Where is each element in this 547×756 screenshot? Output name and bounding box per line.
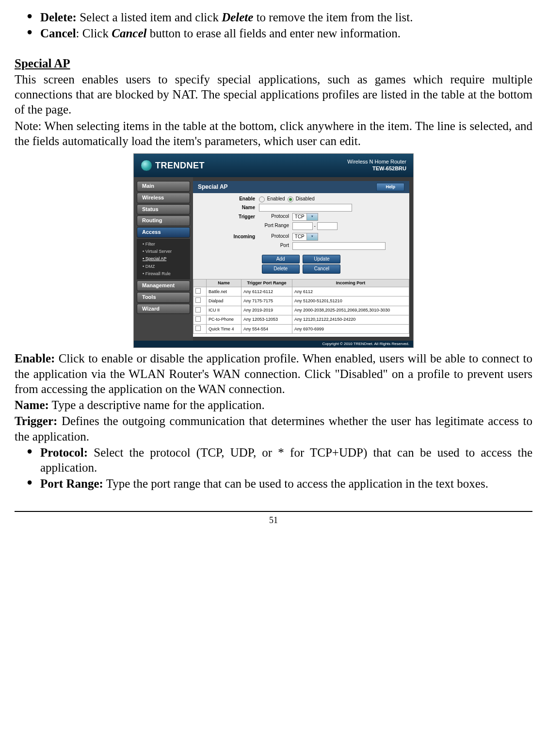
checkbox[interactable] <box>195 297 201 303</box>
subnav-dmz[interactable]: • DMZ <box>137 263 190 270</box>
content-header: Special AP Help <box>193 181 409 193</box>
cancel-text: : Click <box>76 27 112 40</box>
table-row[interactable]: Quick Time 4Any 554-554Any 6970-6999 <box>193 325 409 334</box>
name-label: Name <box>197 205 259 211</box>
cancel-btn-ref: Cancel <box>112 27 146 40</box>
page-footer: 51 <box>15 511 532 526</box>
enable-desc: Enable: Click to enable or disable the a… <box>15 351 532 396</box>
brand-icon <box>141 160 152 171</box>
col-name: Name <box>207 279 241 287</box>
bullet-cancel: Cancel: Click Cancel button to erase all… <box>27 26 532 41</box>
nav-wireless[interactable]: Wireless <box>137 193 190 203</box>
nav-column: Main Wireless Status Routing Access • Fi… <box>134 177 193 341</box>
router-screenshot: TRENDNET Wireless N Home Router TEW-652B… <box>133 153 414 348</box>
table-row[interactable]: PC-to-PhoneAny 12053-12053Any 12120,1212… <box>193 315 409 324</box>
help-button[interactable]: Help <box>376 183 404 191</box>
protocol-text: Select the protocol (TCP, UDP, or * for … <box>40 446 532 474</box>
trigger-desc-text: Defines the outgoing communication that … <box>15 414 532 443</box>
bullet-protocol: Protocol: Select the protocol (TCP, UDP,… <box>27 445 532 476</box>
subnav-specialap[interactable]: • Special AP <box>137 255 190 263</box>
enabled-radio[interactable] <box>259 197 265 202</box>
header-right: Wireless N Home Router TEW-652BRU <box>347 159 406 172</box>
logo-area: TRENDNET <box>141 160 205 171</box>
header-line1: Wireless N Home Router <box>347 159 406 165</box>
protocol-label: Protocol: <box>40 446 88 459</box>
nav-wizard[interactable]: Wizard <box>137 304 190 314</box>
chevron-down-icon: ▾ <box>306 233 318 240</box>
router-body: Main Wireless Status Routing Access • Fi… <box>134 177 413 341</box>
page-number: 51 <box>269 515 278 525</box>
incoming-protocol-select[interactable]: TCP▾ <box>292 233 318 241</box>
update-button[interactable]: Update <box>303 255 340 264</box>
bullet-portrange: Port Range: Type the port range that can… <box>27 476 532 491</box>
section-title: Special AP <box>15 56 532 71</box>
trigger-desc-label: Trigger: <box>15 414 57 427</box>
profiles-table: Name Trigger Port Range Incoming Port Ba… <box>193 279 409 334</box>
intro-para-2: Note: When selecting items in the table … <box>15 118 532 149</box>
form-area: Enable Enabled Disabled Name Trigger Pro… <box>193 193 409 279</box>
checkbox[interactable] <box>195 288 201 294</box>
table-row[interactable]: ICU IIAny 2019-2019Any 2000-2038,2025-20… <box>193 306 409 315</box>
nav-tools[interactable]: Tools <box>137 292 190 303</box>
name-desc-text: Type a descriptive name for the applicat… <box>49 398 265 411</box>
trigger-desc: Trigger: Defines the outgoing communicat… <box>15 413 532 444</box>
col-incoming: Incoming Port <box>292 279 409 287</box>
subnav-virtualserver[interactable]: • Virtual Server <box>137 248 190 255</box>
brand-text: TRENDNET <box>155 160 205 171</box>
delete-text2: to remove the item from the list. <box>253 11 413 24</box>
name-input[interactable] <box>259 204 352 212</box>
portrange-label: Port Range: <box>40 477 103 490</box>
content-column: Special AP Help Enable Enabled Disabled … <box>193 181 409 337</box>
cancel-button[interactable]: Cancel <box>303 264 340 274</box>
name-desc: Name: Type a descriptive name for the ap… <box>15 397 532 412</box>
nav-access[interactable]: Access <box>137 227 190 238</box>
header-model: TEW-652BRU <box>347 165 406 172</box>
enable-desc-label: Enable: <box>15 352 55 365</box>
incoming-protocol-label: Protocol <box>259 233 291 240</box>
enabled-text: Enabled <box>267 196 285 201</box>
delete-label: Delete: <box>40 11 77 24</box>
top-bullet-list: Delete: Select a listed item and click D… <box>27 10 532 41</box>
enable-desc-text: Click to enable or disable the applicati… <box>15 352 532 395</box>
router-header: TRENDNET Wireless N Home Router TEW-652B… <box>134 154 413 177</box>
name-desc-label: Name: <box>15 398 49 411</box>
nav-routing[interactable]: Routing <box>137 215 190 226</box>
enable-label: Enable <box>197 196 259 202</box>
subnav: • Filter • Virtual Server • Special AP •… <box>137 239 190 279</box>
cancel-label: Cancel <box>40 27 76 40</box>
portrange-text: Type the port range that can be used to … <box>103 477 488 490</box>
nav-status[interactable]: Status <box>137 204 190 215</box>
trigger-label: Trigger <box>197 214 259 220</box>
content-title: Special AP <box>198 183 228 191</box>
trigger-port-to[interactable] <box>317 222 338 230</box>
cancel-text2: button to erase all fields and enter new… <box>146 27 400 40</box>
checkbox[interactable] <box>195 307 201 312</box>
table-row[interactable]: Battle.netAny 6112-6112Any 6112 <box>193 287 409 296</box>
nav-main[interactable]: Main <box>137 181 190 192</box>
intro-para-1: This screen enables users to specify spe… <box>15 72 532 117</box>
checkbox[interactable] <box>195 316 201 322</box>
trigger-portrange-label: Port Range <box>259 223 291 229</box>
delete-button[interactable]: Delete <box>262 264 300 274</box>
delete-text: Select a listed item and click <box>77 11 222 24</box>
trigger-sub-bullets: Protocol: Select the protocol (TCP, UDP,… <box>27 445 532 492</box>
table-row[interactable]: DialpadAny 7175-7175Any 51200-51201,5121… <box>193 296 409 306</box>
chevron-down-icon: ▾ <box>306 214 318 220</box>
incoming-label: Incoming <box>197 234 259 240</box>
disabled-radio[interactable] <box>288 197 293 202</box>
incoming-port-input[interactable] <box>292 242 386 250</box>
button-row: Add Update Delete Cancel <box>197 251 405 276</box>
router-footer: Copyright © 2010 TRENDnet. All Rights Re… <box>134 341 413 347</box>
col-trigger: Trigger Port Range <box>241 279 292 287</box>
nav-management[interactable]: Management <box>137 280 190 291</box>
incoming-port-label: Port <box>259 243 291 249</box>
subnav-filter[interactable]: • Filter <box>137 241 190 248</box>
bullet-delete: Delete: Select a listed item and click D… <box>27 10 532 25</box>
subnav-firewall[interactable]: • Firewall Rule <box>137 270 190 278</box>
delete-btn-ref: Delete <box>222 11 253 24</box>
trigger-port-from[interactable] <box>292 222 313 230</box>
trigger-protocol-label: Protocol <box>259 214 291 220</box>
trigger-protocol-select[interactable]: TCP▾ <box>292 213 318 221</box>
checkbox[interactable] <box>195 326 201 331</box>
add-button[interactable]: Add <box>262 255 300 264</box>
